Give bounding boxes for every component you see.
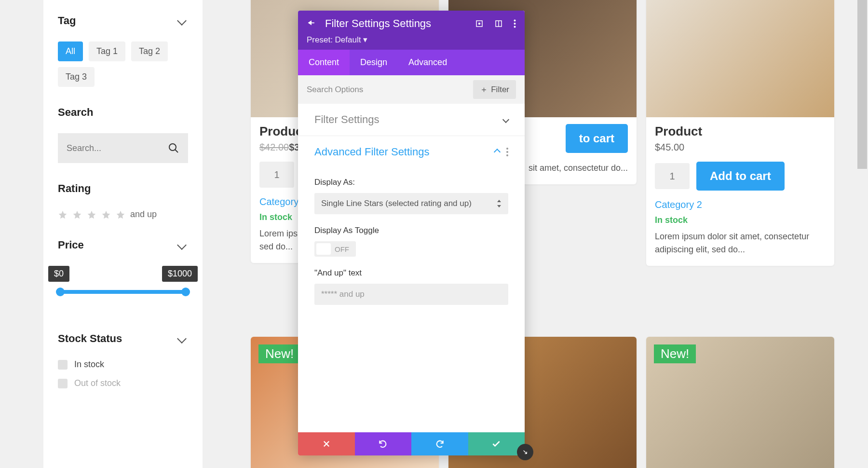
preset-selector[interactable]: Preset: Default ▾ (307, 35, 516, 45)
tab-design[interactable]: Design (350, 50, 398, 75)
save-button[interactable] (468, 432, 525, 455)
svg-point-7 (514, 23, 516, 25)
chevron-down-icon[interactable] (177, 334, 187, 344)
andup-label: "And up" text (314, 268, 508, 278)
chevron-down-icon[interactable] (177, 240, 187, 250)
stock-out[interactable]: Out of stock (58, 378, 188, 388)
stock-in-label: In stock (74, 359, 104, 370)
columns-icon[interactable] (494, 19, 503, 28)
search-input[interactable] (67, 143, 179, 153)
modal-title: Filter Settings Settings (325, 17, 466, 30)
add-to-cart-button[interactable]: Add to cart (696, 162, 785, 191)
search-icon[interactable] (168, 142, 179, 154)
svg-point-3 (479, 23, 480, 25)
tag-2[interactable]: Tag 2 (131, 41, 168, 61)
search-box[interactable] (58, 133, 188, 163)
scrollbar[interactable] (857, 0, 867, 169)
tab-advanced[interactable]: Advanced (398, 50, 458, 75)
slider-handle-min[interactable] (56, 288, 65, 296)
search-options-label[interactable]: Search Options (307, 85, 363, 95)
chevron-down-icon (502, 116, 509, 123)
chevron-down-icon[interactable] (177, 16, 187, 26)
svg-point-6 (514, 20, 516, 22)
select-arrows-icon (497, 200, 502, 207)
more-icon[interactable] (514, 19, 516, 28)
star-icon (72, 210, 82, 220)
star-icon (87, 210, 96, 220)
more-icon[interactable] (506, 148, 508, 156)
toggle-state: OFF (335, 245, 354, 253)
filter-settings-modal: Filter Settings Settings Preset: Default… (298, 11, 525, 455)
price-title: Price (58, 239, 84, 251)
product-card: Product $45.00 1 Add to cart Category 2 … (646, 0, 834, 266)
price-min: $0 (48, 266, 69, 282)
rating-title: Rating (58, 182, 91, 195)
star-icon (116, 210, 125, 220)
section-advanced-filter[interactable]: Advanced Filter Settings (298, 136, 525, 168)
svg-point-0 (169, 144, 176, 151)
tag-title: Tag (58, 14, 76, 27)
new-badge: New! (654, 344, 696, 363)
slider-handle-max[interactable] (181, 288, 190, 296)
back-icon[interactable] (307, 19, 316, 28)
display-toggle[interactable]: OFF (314, 241, 356, 257)
tag-3[interactable]: Tag 3 (58, 67, 95, 87)
product-desc: Lorem ipsum dolor sit amet, consectetur … (655, 230, 826, 256)
modal-footer (298, 432, 525, 455)
category-link[interactable]: Category 2 (655, 199, 826, 210)
filter-button[interactable]: ＋ Filter (473, 80, 516, 99)
expand-icon[interactable] (475, 19, 484, 28)
toggle-label: Display As Toggle (314, 226, 508, 235)
qty-input[interactable]: 1 (655, 163, 690, 189)
plus-icon: ＋ (480, 84, 488, 95)
rating-andup: and up (130, 209, 157, 220)
new-badge: New! (258, 344, 300, 363)
modal-tabs: Content Design Advanced (298, 50, 525, 75)
star-icon (58, 210, 68, 220)
svg-point-8 (514, 26, 516, 28)
stock-status: In stock (655, 215, 826, 225)
toggle-knob (316, 243, 331, 255)
checkbox-icon[interactable] (58, 379, 68, 388)
tag-1[interactable]: Tag 1 (89, 41, 125, 61)
checkbox-icon[interactable] (58, 360, 68, 370)
display-as-label: Display As: (314, 178, 508, 187)
tab-content[interactable]: Content (298, 50, 350, 75)
star-icon (101, 210, 111, 220)
drag-handle-icon[interactable] (517, 444, 533, 460)
undo-button[interactable] (355, 432, 412, 455)
search-title: Search (58, 106, 93, 119)
cancel-button[interactable] (298, 432, 355, 455)
stock-in[interactable]: In stock (58, 359, 188, 370)
tag-all[interactable]: All (58, 41, 83, 61)
product-image[interactable] (646, 0, 834, 117)
add-to-cart-button[interactable]: to cart (566, 124, 628, 153)
stock-out-label: Out of stock (74, 378, 121, 388)
display-as-select[interactable]: Single Line Stars (selected rating and u… (314, 193, 508, 214)
price-slider[interactable]: $0 $1000 (58, 266, 188, 294)
chevron-up-icon (494, 149, 501, 155)
product-image[interactable]: New! (646, 337, 834, 468)
price-max: $1000 (162, 266, 198, 282)
svg-line-1 (175, 150, 178, 152)
product-card: New! (646, 337, 834, 468)
rating-filter[interactable]: and up (58, 209, 188, 220)
filter-sidebar: Tag All Tag 1 Tag 2 Tag 3 Search Rating (43, 0, 203, 468)
product-price: $45.00 (655, 142, 826, 153)
qty-input[interactable]: 1 (259, 162, 294, 188)
product-title[interactable]: Product (655, 124, 826, 139)
section-filter-settings[interactable]: Filter Settings (298, 104, 525, 136)
stock-title: Stock Status (58, 332, 122, 345)
andup-input[interactable]: ***** and up (314, 284, 508, 305)
redo-button[interactable] (411, 432, 468, 455)
